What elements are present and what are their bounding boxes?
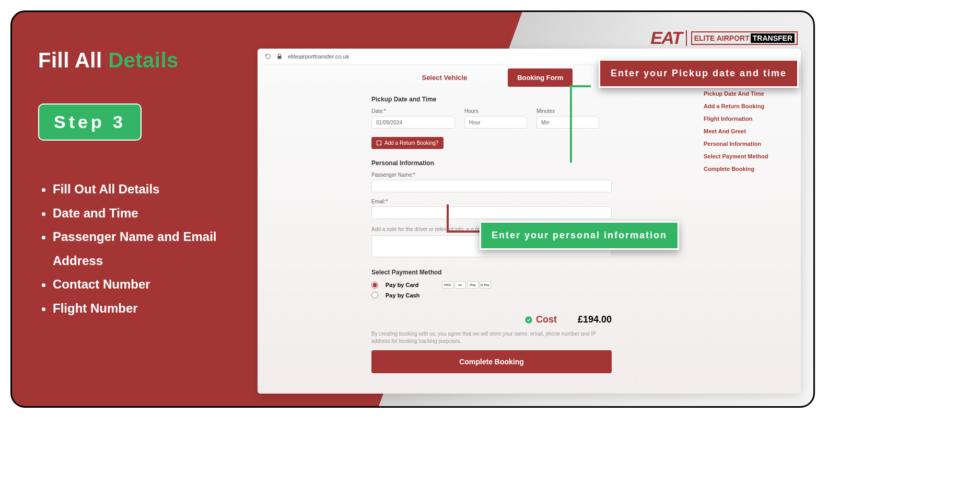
add-return-label: Add a Return Booking? (384, 140, 438, 146)
bullet-item: Passenger Name and Email Address (53, 225, 237, 272)
cost-row: Cost £194.00 (371, 314, 612, 325)
heading-pre: Fill All (38, 49, 108, 72)
pickup-section-title: Pickup Date and Time (371, 96, 612, 103)
instruction-card: Fill All Details Step 3 Fill Out All Det… (10, 10, 815, 408)
passenger-name-input[interactable] (371, 180, 612, 192)
step-badge: Step 3 (38, 104, 142, 141)
brand-logo: EAT ELITE AIRPORT TRANSFER (650, 28, 798, 48)
bullet-list: Fill Out All Details Date and Time Passe… (38, 177, 237, 320)
rnav-item[interactable]: Personal Information (704, 141, 792, 147)
tab-select-vehicle[interactable]: Select Vehicle (412, 68, 476, 87)
logo-text-a: ELITE AIRPORT (694, 34, 750, 42)
connector-line (447, 231, 481, 233)
url-text: eliteairporttransfer.co.uk (288, 53, 349, 60)
callout-pickup: Enter your Pickup date and time (599, 59, 799, 88)
divider-icon (686, 30, 687, 46)
applepay-icon: ‹Pay (467, 281, 479, 289)
bullet-item: Flight Number (53, 296, 237, 320)
connector-line (447, 204, 449, 233)
tab-booking-form[interactable]: Booking Form (508, 68, 573, 87)
bullet-item: Contact Number (53, 272, 237, 296)
email-label: Email:* (371, 199, 612, 204)
date-label: Date:* (371, 108, 455, 114)
personal-section-title: Personal Information (371, 159, 612, 167)
payment-section-title: Select Payment Method (371, 269, 612, 276)
connector-line (570, 85, 591, 87)
rnav-item[interactable]: Select Payment Method (704, 153, 792, 159)
minutes-label: Minutes (536, 108, 599, 114)
checkbox-icon (377, 141, 381, 145)
pay-card-radio[interactable] (371, 282, 378, 289)
rnav-item[interactable]: Flight Information (704, 116, 792, 122)
bullet-item: Fill Out All Details (53, 177, 237, 201)
cost-label: Cost (524, 314, 557, 325)
reload-icon (265, 53, 271, 60)
left-panel: Fill All Details Step 3 Fill Out All Det… (38, 49, 237, 320)
cost-label-text: Cost (536, 314, 557, 325)
rnav-item[interactable]: Pickup Date And Time (704, 90, 792, 97)
passenger-name-label: Passenger Name:* (371, 172, 612, 178)
hours-label: Hours (464, 108, 527, 114)
callout-personal: Enter your personal information (480, 221, 679, 250)
minutes-placeholder: Min (541, 120, 550, 125)
mastercard-icon: ●● (454, 281, 466, 289)
rnav-item[interactable]: Complete Booking (704, 166, 792, 172)
pay-cash-label: Pay by Cash (386, 292, 419, 298)
visa-icon: VISA (442, 281, 453, 289)
logo-badge: ELITE AIRPORT TRANSFER (691, 31, 798, 45)
lock-icon (276, 53, 283, 60)
rnav-item[interactable]: Add a Return Booking (704, 103, 792, 109)
complete-booking-button[interactable]: Complete Booking (371, 350, 612, 373)
heading-green: Details (108, 49, 179, 72)
email-input[interactable] (371, 206, 612, 219)
bullet-item: Date and Time (53, 201, 237, 225)
rnav-item[interactable]: Meet And Greet (704, 128, 792, 134)
cost-value: £194.00 (578, 314, 612, 325)
pay-card-label: Pay by Card (386, 282, 419, 288)
svg-point-0 (525, 316, 532, 323)
payment-icons: VISA ●● ‹Pay G Pay (442, 281, 491, 289)
disclaimer-text: By creating booking with us, you agree t… (371, 330, 612, 345)
right-nav: Pickup Date And Time Add a Return Bookin… (704, 90, 792, 178)
minutes-input[interactable]: Min (536, 116, 599, 129)
connector-line (570, 85, 572, 163)
hours-placeholder: Hour (469, 120, 481, 125)
logo-text-b: TRANSFER (751, 33, 795, 43)
check-circle-icon (524, 316, 533, 324)
heading: Fill All Details (38, 49, 237, 72)
hours-input[interactable]: Hour (464, 116, 527, 129)
logo-abbr: EAT (650, 28, 681, 48)
gpay-icon: G Pay (480, 281, 491, 289)
pay-cash-radio[interactable] (371, 292, 378, 298)
date-input[interactable]: 01/09/2024 (371, 116, 455, 129)
add-return-button[interactable]: Add a Return Booking? (371, 137, 444, 149)
